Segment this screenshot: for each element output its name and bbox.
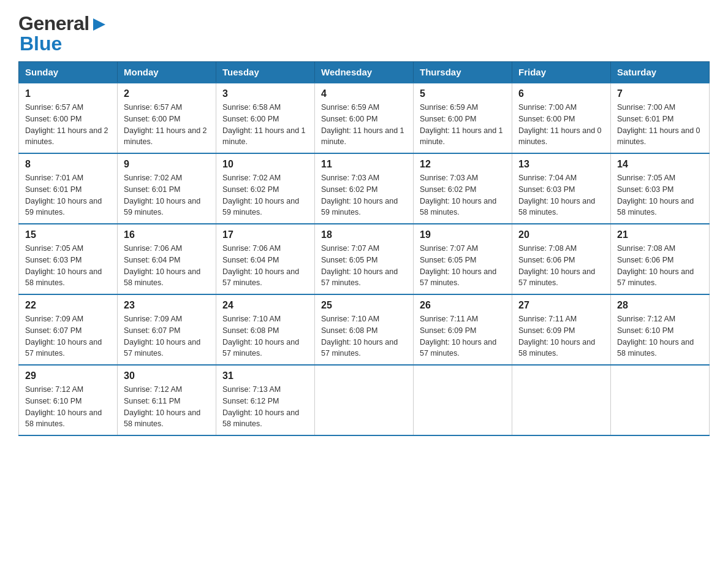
calendar-cell: 28Sunrise: 7:12 AMSunset: 6:10 PMDayligh… <box>611 294 710 365</box>
svg-marker-0 <box>93 18 105 31</box>
weekday-header: Sunday <box>19 62 118 83</box>
calendar-header: SundayMondayTuesdayWednesdayThursdayFrid… <box>19 62 710 83</box>
day-number: 19 <box>420 229 506 240</box>
weekday-header: Monday <box>118 62 216 83</box>
page-header: General Blue <box>18 12 710 55</box>
day-info: Sunrise: 7:04 AMSunset: 6:03 PMDaylight:… <box>518 172 604 218</box>
day-info: Sunrise: 7:00 AMSunset: 6:01 PMDaylight:… <box>617 102 703 148</box>
calendar-cell <box>315 365 414 435</box>
day-number: 27 <box>518 300 604 311</box>
day-number: 28 <box>617 300 703 311</box>
day-number: 14 <box>617 159 703 170</box>
calendar-cell: 9Sunrise: 7:02 AMSunset: 6:01 PMDaylight… <box>118 153 216 224</box>
day-number: 4 <box>321 88 407 99</box>
calendar-cell: 15Sunrise: 7:05 AMSunset: 6:03 PMDayligh… <box>19 224 118 294</box>
day-number: 11 <box>321 159 407 170</box>
day-info: Sunrise: 7:11 AMSunset: 6:09 PMDaylight:… <box>420 313 506 359</box>
day-info: Sunrise: 7:05 AMSunset: 6:03 PMDaylight:… <box>25 243 111 289</box>
day-number: 31 <box>222 370 308 381</box>
calendar-cell: 22Sunrise: 7:09 AMSunset: 6:07 PMDayligh… <box>19 294 118 365</box>
day-number: 13 <box>518 159 604 170</box>
calendar-cell: 13Sunrise: 7:04 AMSunset: 6:03 PMDayligh… <box>512 153 611 224</box>
calendar-cell: 4Sunrise: 6:59 AMSunset: 6:00 PMDaylight… <box>315 83 414 153</box>
day-number: 15 <box>25 229 111 240</box>
calendar-cell <box>414 365 512 435</box>
calendar-cell: 31Sunrise: 7:13 AMSunset: 6:12 PMDayligh… <box>216 365 315 435</box>
day-info: Sunrise: 7:12 AMSunset: 6:10 PMDaylight:… <box>617 313 703 359</box>
calendar-cell <box>611 365 710 435</box>
calendar-cell: 5Sunrise: 6:59 AMSunset: 6:00 PMDaylight… <box>414 83 512 153</box>
calendar-cell: 18Sunrise: 7:07 AMSunset: 6:05 PMDayligh… <box>315 224 414 294</box>
calendar-cell: 8Sunrise: 7:01 AMSunset: 6:01 PMDaylight… <box>19 153 118 224</box>
calendar-cell: 19Sunrise: 7:07 AMSunset: 6:05 PMDayligh… <box>414 224 512 294</box>
day-info: Sunrise: 6:59 AMSunset: 6:00 PMDaylight:… <box>420 102 506 148</box>
day-number: 23 <box>124 300 210 311</box>
day-info: Sunrise: 7:03 AMSunset: 6:02 PMDaylight:… <box>420 172 506 218</box>
day-info: Sunrise: 7:01 AMSunset: 6:01 PMDaylight:… <box>25 172 111 218</box>
calendar-cell: 23Sunrise: 7:09 AMSunset: 6:07 PMDayligh… <box>118 294 216 365</box>
logo-general-text: General <box>18 12 89 35</box>
day-number: 17 <box>222 229 308 240</box>
day-info: Sunrise: 7:12 AMSunset: 6:11 PMDaylight:… <box>124 384 210 430</box>
day-number: 21 <box>617 229 703 240</box>
calendar-cell: 12Sunrise: 7:03 AMSunset: 6:02 PMDayligh… <box>414 153 512 224</box>
logo: General Blue <box>18 12 108 55</box>
weekday-header: Wednesday <box>315 62 414 83</box>
day-info: Sunrise: 7:09 AMSunset: 6:07 PMDaylight:… <box>124 313 210 359</box>
calendar-cell: 20Sunrise: 7:08 AMSunset: 6:06 PMDayligh… <box>512 224 611 294</box>
calendar-cell: 29Sunrise: 7:12 AMSunset: 6:10 PMDayligh… <box>19 365 118 435</box>
day-number: 2 <box>124 88 210 99</box>
calendar-table: SundayMondayTuesdayWednesdayThursdayFrid… <box>18 61 710 436</box>
day-number: 12 <box>420 159 506 170</box>
day-number: 5 <box>420 88 506 99</box>
calendar-cell: 21Sunrise: 7:08 AMSunset: 6:06 PMDayligh… <box>611 224 710 294</box>
day-info: Sunrise: 7:07 AMSunset: 6:05 PMDaylight:… <box>420 243 506 289</box>
calendar-row: 8Sunrise: 7:01 AMSunset: 6:01 PMDaylight… <box>19 153 710 224</box>
day-number: 29 <box>25 370 111 381</box>
calendar-cell: 26Sunrise: 7:11 AMSunset: 6:09 PMDayligh… <box>414 294 512 365</box>
calendar-cell: 10Sunrise: 7:02 AMSunset: 6:02 PMDayligh… <box>216 153 315 224</box>
day-info: Sunrise: 7:08 AMSunset: 6:06 PMDaylight:… <box>617 243 703 289</box>
day-info: Sunrise: 6:57 AMSunset: 6:00 PMDaylight:… <box>124 102 210 148</box>
calendar-row: 22Sunrise: 7:09 AMSunset: 6:07 PMDayligh… <box>19 294 710 365</box>
calendar-row: 1Sunrise: 6:57 AMSunset: 6:00 PMDaylight… <box>19 83 710 153</box>
calendar-row: 29Sunrise: 7:12 AMSunset: 6:10 PMDayligh… <box>19 365 710 435</box>
day-info: Sunrise: 7:08 AMSunset: 6:06 PMDaylight:… <box>518 243 604 289</box>
calendar-cell: 14Sunrise: 7:05 AMSunset: 6:03 PMDayligh… <box>611 153 710 224</box>
day-info: Sunrise: 7:10 AMSunset: 6:08 PMDaylight:… <box>321 313 407 359</box>
day-info: Sunrise: 7:06 AMSunset: 6:04 PMDaylight:… <box>124 243 210 289</box>
logo-triangle-icon <box>91 16 108 33</box>
calendar-cell: 30Sunrise: 7:12 AMSunset: 6:11 PMDayligh… <box>118 365 216 435</box>
day-number: 30 <box>124 370 210 381</box>
calendar-cell: 3Sunrise: 6:58 AMSunset: 6:00 PMDaylight… <box>216 83 315 153</box>
logo-blue-text: Blue <box>20 33 62 55</box>
calendar-cell: 27Sunrise: 7:11 AMSunset: 6:09 PMDayligh… <box>512 294 611 365</box>
day-info: Sunrise: 7:13 AMSunset: 6:12 PMDaylight:… <box>222 384 308 430</box>
day-info: Sunrise: 7:12 AMSunset: 6:10 PMDaylight:… <box>25 384 111 430</box>
weekday-header: Saturday <box>611 62 710 83</box>
day-info: Sunrise: 7:00 AMSunset: 6:00 PMDaylight:… <box>518 102 604 148</box>
day-number: 25 <box>321 300 407 311</box>
calendar-cell: 11Sunrise: 7:03 AMSunset: 6:02 PMDayligh… <box>315 153 414 224</box>
day-info: Sunrise: 7:09 AMSunset: 6:07 PMDaylight:… <box>25 313 111 359</box>
day-number: 24 <box>222 300 308 311</box>
weekday-header: Thursday <box>414 62 512 83</box>
day-number: 7 <box>617 88 703 99</box>
day-number: 3 <box>222 88 308 99</box>
day-number: 6 <box>518 88 604 99</box>
calendar-cell: 24Sunrise: 7:10 AMSunset: 6:08 PMDayligh… <box>216 294 315 365</box>
calendar-cell <box>512 365 611 435</box>
calendar-cell: 1Sunrise: 6:57 AMSunset: 6:00 PMDaylight… <box>19 83 118 153</box>
day-info: Sunrise: 7:11 AMSunset: 6:09 PMDaylight:… <box>518 313 604 359</box>
calendar-cell: 16Sunrise: 7:06 AMSunset: 6:04 PMDayligh… <box>118 224 216 294</box>
weekday-header: Friday <box>512 62 611 83</box>
day-info: Sunrise: 7:05 AMSunset: 6:03 PMDaylight:… <box>617 172 703 218</box>
day-info: Sunrise: 6:58 AMSunset: 6:00 PMDaylight:… <box>222 102 308 148</box>
calendar-cell: 17Sunrise: 7:06 AMSunset: 6:04 PMDayligh… <box>216 224 315 294</box>
day-info: Sunrise: 7:02 AMSunset: 6:02 PMDaylight:… <box>222 172 308 218</box>
day-info: Sunrise: 6:57 AMSunset: 6:00 PMDaylight:… <box>25 102 111 148</box>
day-info: Sunrise: 7:07 AMSunset: 6:05 PMDaylight:… <box>321 243 407 289</box>
calendar-cell: 7Sunrise: 7:00 AMSunset: 6:01 PMDaylight… <box>611 83 710 153</box>
day-number: 20 <box>518 229 604 240</box>
calendar-cell: 25Sunrise: 7:10 AMSunset: 6:08 PMDayligh… <box>315 294 414 365</box>
